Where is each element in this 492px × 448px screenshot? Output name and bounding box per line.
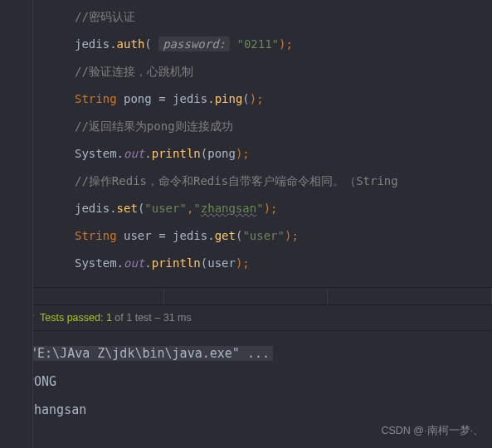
run-console[interactable]: "E:\JAva Z\jdk\bin\java.exe" ... PONG zh… [17, 331, 492, 432]
warn-underline: zhangsan [201, 202, 256, 215]
identifier: jedis [75, 37, 110, 51]
tests-passed-label: Tests passed: 1 [40, 312, 112, 324]
string-lit: "0211" [236, 37, 279, 51]
keyword: String [75, 92, 117, 105]
panel-divider[interactable] [0, 287, 492, 305]
console-output: zhangsan [27, 396, 492, 424]
comment: //验证连接，心跳机制 [75, 65, 193, 78]
watermark: CSDN @·南柯一梦·、 [381, 424, 484, 438]
tests-total: of 1 test [112, 312, 152, 324]
tests-time: – 31 ms [152, 312, 192, 324]
editor-gutter [0, 0, 33, 448]
comment: //返回结果为pong则连接成功 [75, 119, 233, 133]
console-command: "E:\JAva Z\jdk\bin\java.exe" ... [27, 346, 273, 361]
console-output: PONG [27, 368, 492, 396]
param-hint: password: [158, 37, 230, 51]
test-status-bar: Tests passed: 1 of 1 test – 31 ms [0, 305, 492, 331]
comment: //密码认证 [75, 10, 135, 23]
method: auth [117, 37, 145, 51]
code-block: //密码认证 jedis.auth( password: "0211"); //… [33, 3, 492, 277]
code-editor[interactable]: //密码认证 jedis.auth( password: "0211"); //… [0, 0, 492, 287]
comment: //操作Redis，命令和Redis自带客户端命令相同。（String [75, 174, 398, 187]
